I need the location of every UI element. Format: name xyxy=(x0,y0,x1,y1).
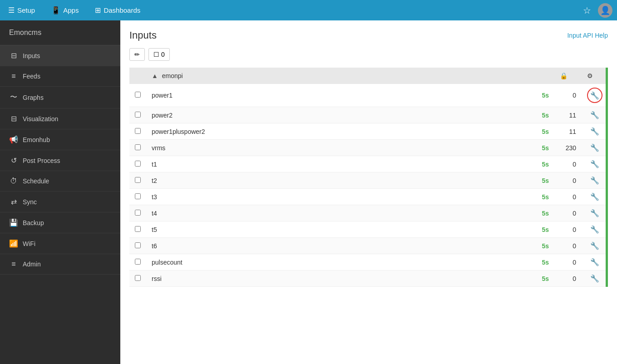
wrench-button[interactable]: 🔧 xyxy=(590,226,599,233)
row-checkbox[interactable] xyxy=(135,259,141,265)
input-action: 🔧 xyxy=(582,172,608,189)
input-value: 230 xyxy=(554,140,582,156)
row-checkbox-cell xyxy=(129,221,146,238)
row-checkbox[interactable] xyxy=(135,128,141,134)
table-row: rssi5s0🔧 xyxy=(129,271,608,287)
sidebar-item-visualization[interactable]: ⊟ Visualization xyxy=(0,108,120,129)
row-checkbox[interactable] xyxy=(135,226,141,232)
sidebar-item-wifi[interactable]: 📶 WiFi xyxy=(0,233,120,254)
sidebar-item-graphs[interactable]: 〜 Graphs xyxy=(0,87,120,108)
nav-setup-label: Setup xyxy=(17,6,35,14)
nav-apps[interactable]: 📱 Apps xyxy=(48,0,82,20)
toolbar: ✏ ☐ 0 xyxy=(129,48,608,61)
input-name: t4 xyxy=(146,205,527,221)
inputs-table-container: ▲ emonpi 🔒 ⚙ power15s0🔧power25s11🔧power1 xyxy=(129,68,608,287)
admin-icon: ≡ xyxy=(9,260,18,268)
row-checkbox[interactable] xyxy=(135,210,141,216)
wrench-button[interactable]: 🔧 xyxy=(590,242,599,250)
wrench-button[interactable]: 🔧 xyxy=(590,144,599,152)
row-checkbox[interactable] xyxy=(135,112,141,118)
sidebar-item-inputs[interactable]: ⊟ Inputs xyxy=(0,45,120,66)
wrench-button[interactable]: 🔧 xyxy=(590,275,599,282)
wrench-button[interactable]: 🔧 xyxy=(590,258,599,266)
favorite-icon[interactable]: ☆ xyxy=(583,5,591,16)
row-checkbox[interactable] xyxy=(135,161,141,167)
sidebar-item-emonhub[interactable]: 📢 Emonhub xyxy=(0,129,120,150)
sidebar-item-inputs-label: Inputs xyxy=(23,52,40,59)
visualization-icon: ⊟ xyxy=(9,114,18,123)
input-name: t2 xyxy=(146,172,527,189)
row-checkbox-cell xyxy=(129,205,146,221)
nav-apps-label: Apps xyxy=(63,6,79,14)
wrench-button[interactable]: 🔧 xyxy=(590,177,599,184)
input-value: 0 xyxy=(554,271,582,287)
input-action: 🔧 xyxy=(582,84,608,107)
copy-icon: ☐ xyxy=(153,51,159,58)
group-name: emonpi xyxy=(162,72,183,79)
row-checkbox[interactable] xyxy=(135,193,141,199)
input-time: 5s xyxy=(527,140,554,156)
wrench-button[interactable]: 🔧 xyxy=(590,193,599,201)
sidebar-item-backup[interactable]: 💾 Backup xyxy=(0,212,120,233)
input-action: 🔧 xyxy=(582,271,608,287)
main-layout: Emoncms ⊟ Inputs ≡ Feeds 〜 Graphs ⊟ Visu… xyxy=(0,20,617,364)
input-action: 🔧 xyxy=(582,107,608,123)
col-val-header: 🔒 xyxy=(554,68,582,84)
row-checkbox-cell xyxy=(129,189,146,205)
user-avatar[interactable]: 👤 xyxy=(598,3,612,18)
row-checkbox[interactable] xyxy=(135,242,141,248)
input-name: t3 xyxy=(146,189,527,205)
sidebar-item-postprocess[interactable]: ↺ Post Process xyxy=(0,150,120,171)
apps-icon: 📱 xyxy=(51,6,60,15)
col-name-header[interactable]: ▲ emonpi xyxy=(146,68,527,84)
row-checkbox-cell xyxy=(129,156,146,172)
row-checkbox[interactable] xyxy=(135,92,141,98)
wrench-button[interactable]: 🔧 xyxy=(590,128,599,135)
backup-icon: 💾 xyxy=(9,218,18,227)
input-value: 0 xyxy=(554,189,582,205)
sidebar-item-sync[interactable]: ⇄ Sync xyxy=(0,192,120,212)
table-row: t65s0🔧 xyxy=(129,238,608,254)
wrench-button-highlighted[interactable]: 🔧 xyxy=(587,88,602,103)
row-checkbox-cell xyxy=(129,123,146,140)
input-time: 5s xyxy=(527,254,554,271)
wrench-button[interactable]: 🔧 xyxy=(590,160,599,168)
input-value: 11 xyxy=(554,123,582,140)
sidebar-item-sync-label: Sync xyxy=(23,198,37,206)
input-time: 5s xyxy=(527,221,554,238)
gear-icon: ⚙ xyxy=(587,72,593,79)
sidebar-item-schedule[interactable]: ⏱ Schedule xyxy=(0,171,120,192)
api-help-link[interactable]: Input API Help xyxy=(567,32,608,39)
table-row: power25s11🔧 xyxy=(129,107,608,123)
input-name: pulsecount xyxy=(146,254,527,271)
nav-setup[interactable]: ☰ Setup xyxy=(5,0,39,20)
copy-button[interactable]: ☐ 0 xyxy=(148,48,170,61)
sidebar-item-feeds-label: Feeds xyxy=(23,73,40,80)
input-name: t1 xyxy=(146,156,527,172)
wrench-button[interactable]: 🔧 xyxy=(590,111,599,119)
sidebar-item-admin[interactable]: ≡ Admin xyxy=(0,254,120,275)
dashboards-icon: ⊞ xyxy=(95,6,101,15)
row-checkbox[interactable] xyxy=(135,144,141,150)
inputs-icon: ⊟ xyxy=(9,51,18,60)
sidebar-item-schedule-label: Schedule xyxy=(23,177,49,185)
row-checkbox[interactable] xyxy=(135,275,141,281)
sidebar-item-postprocess-label: Post Process xyxy=(23,157,60,164)
input-time: 5s xyxy=(527,271,554,287)
sidebar-item-feeds[interactable]: ≡ Feeds xyxy=(0,66,120,87)
input-action: 🔧 xyxy=(582,205,608,221)
input-time: 5s xyxy=(527,156,554,172)
input-name: t6 xyxy=(146,238,527,254)
page-title: Inputs xyxy=(129,30,157,41)
input-action: 🔧 xyxy=(582,238,608,254)
wrench-button[interactable]: 🔧 xyxy=(590,209,599,217)
table-row: vrms5s230🔧 xyxy=(129,140,608,156)
schedule-icon: ⏱ xyxy=(9,177,18,185)
input-name: power1 xyxy=(146,84,527,107)
pencil-button[interactable]: ✏ xyxy=(129,48,145,61)
input-value: 0 xyxy=(554,238,582,254)
nav-dashboards[interactable]: ⊞ Dashboards xyxy=(91,0,144,20)
row-checkbox[interactable] xyxy=(135,177,141,183)
input-time: 5s xyxy=(527,238,554,254)
input-value: 0 xyxy=(554,221,582,238)
